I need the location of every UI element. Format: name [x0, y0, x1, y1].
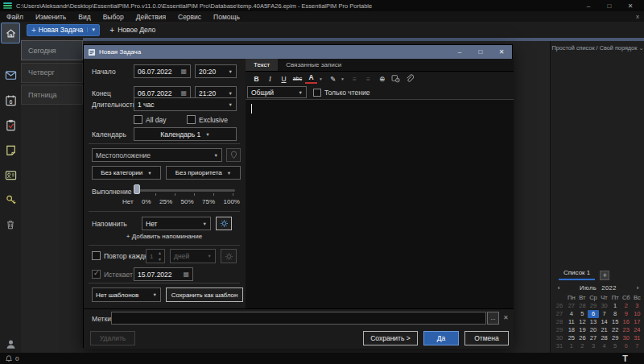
highlight-button[interactable]: ✎ [327, 73, 339, 84]
exclusive-checkbox[interactable] [187, 115, 196, 124]
calendar-day-cell[interactable]: 3 [632, 302, 643, 310]
sidebar-item-today[interactable] [1, 23, 20, 43]
note-text-area[interactable] [246, 99, 514, 308]
delete-button[interactable]: Удалить [90, 331, 135, 345]
start-time-field[interactable]: 20:20▼ [195, 64, 237, 78]
add-list-button[interactable]: + [600, 271, 609, 280]
templates-select[interactable]: Нет шаблонов▼ [92, 287, 161, 302]
calendar-day-cell[interactable]: 9 [621, 310, 632, 318]
tags-input[interactable] [111, 312, 486, 325]
expires-checkbox[interactable] [92, 270, 101, 279]
remind-select[interactable]: Нет▼ [142, 217, 211, 230]
readonly-checkbox[interactable] [313, 89, 321, 97]
menubar-close-icon[interactable]: x [636, 13, 639, 20]
completion-slider-handle[interactable] [134, 184, 140, 194]
calendar-day-cell[interactable]: 26 [577, 334, 588, 342]
sidebar-item-passwords[interactable] [0, 191, 21, 209]
day-group-row[interactable]: Четверг [21, 63, 83, 83]
italic-button[interactable]: I [264, 73, 276, 84]
font-color-button[interactable]: A [305, 74, 317, 84]
calendar-prev-button[interactable]: ‹ [553, 284, 564, 292]
menu-item-2[interactable]: Вид [78, 13, 90, 21]
tab-related-entries[interactable]: Связанные записи [278, 59, 349, 71]
calendar-day-cell[interactable]: 7 [599, 310, 610, 318]
add-reminder-link[interactable]: + Добавить напоминание [84, 233, 245, 240]
notifications-bell-icon[interactable] [5, 354, 13, 363]
calendar-day-cell[interactable]: 1 [609, 302, 621, 310]
dialog-maximize-button[interactable]: □ [470, 45, 491, 59]
dropdown-arrow-icon[interactable]: ▼ [214, 153, 218, 158]
save-as-template-button[interactable]: Сохранить как шаблон [166, 287, 243, 302]
menu-item-5[interactable]: Сервис [178, 13, 201, 21]
sidebar-item-tasks[interactable] [0, 116, 21, 134]
calendar-day-cell[interactable]: 19 [577, 326, 588, 334]
bullet-list-button[interactable]: ≡ [349, 73, 361, 84]
start-date-field[interactable]: 06.07.2022▦ [134, 64, 191, 78]
calendar-day-cell[interactable]: 12 [577, 318, 588, 326]
dialog-titlebar[interactable]: Новая Задача – □ ✕ [84, 45, 512, 59]
day-group-row[interactable]: Пятница [21, 85, 83, 105]
dialog-close-button[interactable]: ✕ [491, 45, 512, 59]
dropdown-arrow-icon[interactable]: ▼ [153, 292, 157, 297]
tab-text[interactable]: Текст [246, 59, 278, 71]
dropdown-arrow-icon[interactable]: ▼ [229, 91, 233, 96]
calendar-day-cell[interactable]: 4 [566, 310, 577, 318]
user-avatar[interactable] [0, 338, 21, 350]
calendar-day-cell[interactable]: 28 [577, 302, 588, 310]
calendar-day-cell[interactable]: 3 [588, 342, 599, 350]
tags-more-button[interactable]: ... [487, 312, 499, 325]
calendar-day-cell[interactable]: 31 [632, 334, 643, 342]
insert-date-button[interactable] [390, 73, 402, 84]
completion-slider-track[interactable] [137, 189, 235, 192]
sidebar-item-trash[interactable] [0, 216, 21, 234]
calendar-day-cell[interactable]: 24 [632, 326, 643, 334]
window-minimize-button[interactable]: – [578, 2, 599, 10]
calendar-day-cell[interactable]: 2 [621, 302, 632, 310]
calendar-day-cell[interactable]: 14 [599, 318, 610, 326]
calendar-day-cell[interactable]: 6 [588, 310, 599, 318]
window-close-button[interactable]: ✕ [620, 2, 641, 10]
window-maximize-button[interactable]: □ [599, 2, 620, 10]
paragraph-style-select[interactable]: Общий▼ [247, 86, 307, 98]
sidebar-item-notes[interactable] [0, 141, 21, 159]
menu-item-4[interactable]: Действия [136, 13, 166, 21]
calendar-day-cell[interactable]: 15 [609, 318, 621, 326]
calendar-day-cell[interactable]: 28 [599, 334, 610, 342]
dropdown-arrow-icon[interactable]: ▼ [147, 171, 151, 176]
date-picker-icon[interactable]: ▦ [180, 68, 187, 75]
calendar-day-cell[interactable]: 25 [566, 334, 577, 342]
priority-select[interactable]: Без приоритета▼ [166, 166, 241, 180]
calendar-day-cell[interactable]: 23 [621, 326, 632, 334]
calendar-day-cell[interactable]: 17 [632, 318, 643, 326]
calendar-day-cell[interactable]: 6 [621, 342, 632, 350]
calendar-select[interactable]: Календарь 1▼ [134, 127, 237, 141]
sidebar-item-contacts[interactable] [0, 166, 21, 184]
readonly-toggle[interactable]: Только чтение [313, 89, 369, 97]
strikethrough-button[interactable]: abc [291, 73, 303, 84]
calendar-day-cell[interactable]: 20 [588, 326, 599, 334]
calendar-day-cell[interactable]: 22 [609, 326, 621, 334]
font-color-dropdown-icon[interactable]: ▼ [319, 77, 325, 81]
reminder-settings-button[interactable] [216, 217, 232, 230]
dropdown-arrow-icon[interactable]: ▼ [203, 221, 207, 226]
tab-list1[interactable]: Список 1 [559, 267, 595, 280]
dropdown-arrow-icon[interactable]: ▼ [229, 102, 233, 107]
calendar-day-cell[interactable]: 30 [621, 334, 632, 342]
spinner-down-icon[interactable]: ▼ [156, 258, 163, 261]
insert-link-button[interactable]: ⊕ [376, 73, 388, 84]
bold-button[interactable]: B [250, 73, 262, 84]
calendar-day-cell[interactable]: 16 [621, 318, 632, 326]
new-task-button[interactable]: + Новая Задача ▼ [27, 24, 100, 36]
calendar-day-cell[interactable]: 1 [566, 342, 577, 350]
dropdown-arrow-icon[interactable]: ▼ [299, 90, 303, 95]
menu-item-0[interactable]: Файл [6, 13, 23, 21]
calendar-day-cell[interactable]: 7 [632, 342, 643, 350]
calendar-day-cell[interactable]: 18 [566, 326, 577, 334]
list-order-selector[interactable]: Простой список / Свой порядок ⌄ [551, 44, 644, 52]
date-picker-icon[interactable]: ▦ [183, 271, 189, 278]
dropdown-arrow-icon[interactable]: ▼ [205, 132, 209, 137]
day-group-row[interactable]: Сегодня [21, 40, 83, 60]
duration-select[interactable]: 1 час▼ [134, 97, 237, 111]
menu-item-6[interactable]: Помощь [213, 13, 240, 21]
location-combo[interactable]: Местоположение▼ [92, 148, 222, 162]
